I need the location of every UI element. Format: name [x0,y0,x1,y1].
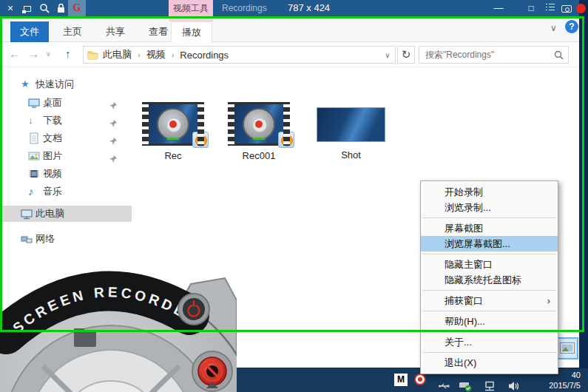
network-icon[interactable] [484,374,496,392]
recorder-logo-g[interactable]: G [68,0,86,16]
window-title: Recordings [222,0,267,16]
volume-icon[interactable] [507,374,521,392]
tray-flyout-picture-icon[interactable] [556,337,578,359]
drive-ok-icon[interactable] [459,374,472,392]
webcam-mute-button[interactable] [192,351,232,391]
menu-item-about[interactable]: 关于... [421,334,558,350]
explorer-titlebar: 视频工具 Recordings 787 x 424 — □ [0,0,579,16]
list-glyph [546,1,555,10]
zoom-icon[interactable] [37,0,52,16]
close-icon[interactable]: × [3,0,18,16]
recording-tray-icon[interactable] [414,374,426,385]
recording-region-border[interactable] [0,16,584,332]
contextual-tab-group[interactable]: 视频工具 [169,0,213,16]
clock-date: 2015/7/5 [520,380,581,391]
minimize-button[interactable]: — [491,0,506,16]
camera-glyph [561,5,572,13]
menu-list-icon[interactable] [544,0,557,16]
select-window-glyph [24,6,31,12]
maximize-button[interactable]: □ [524,0,538,16]
menu-item-exit[interactable]: 退出(X) [421,355,558,371]
lock-icon[interactable] [53,0,68,16]
usb-device-icon[interactable] [438,374,450,392]
screen: 视频工具 Recordings 787 x 424 — □ × G 文件 主页 … [0,0,588,392]
select-window-icon[interactable] [20,0,35,16]
region-size-label: 787 x 424 [288,0,330,16]
record-dot [576,4,586,13]
record-icon[interactable] [575,0,587,16]
menu-separator [422,352,556,353]
screenshot-camera-icon[interactable] [559,0,574,16]
ime-indicator[interactable]: M [394,374,408,386]
